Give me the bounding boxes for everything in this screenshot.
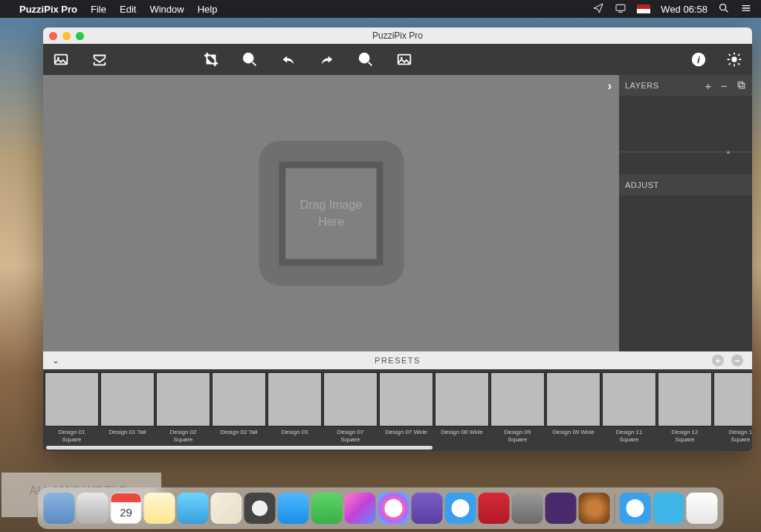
dock-trash[interactable] [687, 493, 718, 524]
dock-divider [615, 493, 615, 523]
preset-caption: Design 01 Tall [100, 426, 155, 438]
dock-photos[interactable] [178, 493, 209, 524]
layer-duplicate-button[interactable] [736, 80, 746, 92]
preset-thumbnail [268, 372, 322, 426]
preset-item[interactable]: Design 12Square [658, 372, 712, 445]
canvas-area[interactable]: › Drag Image Here [43, 75, 619, 351]
menu-help[interactable]: Help [198, 4, 218, 15]
dock-finder[interactable] [44, 493, 75, 524]
preset-thumbnail [156, 372, 210, 426]
preset-item[interactable]: Design 09 Wide [546, 372, 600, 445]
preset-caption: Design 02 Tall [212, 426, 266, 438]
dock-feedback[interactable] [479, 493, 510, 524]
preset-item[interactable]: Design 07 Wide [379, 372, 433, 445]
preset-item[interactable]: Design 11Square [602, 372, 656, 445]
preset-item[interactable]: Design 01 Tall [100, 372, 155, 445]
dock-maps[interactable] [211, 493, 242, 524]
preset-item[interactable]: Design 08 Wide [435, 372, 489, 445]
preset-caption: Design 1Square [713, 426, 752, 445]
preset-thumbnail [546, 372, 600, 426]
preset-caption: Design 07Square [323, 426, 378, 445]
preset-caption: Design 09 Wide [546, 426, 600, 438]
preset-caption: Design 02Square [156, 426, 210, 445]
layers-area[interactable] [619, 96, 752, 175]
preset-item[interactable]: Design 01Square [45, 372, 99, 445]
preset-thumbnail [490, 372, 545, 426]
paperplane-icon[interactable] [592, 2, 604, 16]
search-icon[interactable] [718, 2, 730, 16]
presets-header: ⌄ PRESETS + − [43, 351, 752, 369]
dock-app1[interactable] [545, 493, 577, 524]
preset-caption: Design 01Square [45, 426, 99, 445]
preset-thumbnail [100, 372, 155, 426]
preset-item[interactable]: Design 02 Tall [212, 372, 266, 445]
menu-edit[interactable]: Edit [120, 4, 136, 15]
layer-remove-button[interactable]: − [721, 80, 728, 92]
dock-safari[interactable] [77, 493, 109, 524]
dock-calendar[interactable] [111, 493, 142, 524]
preset-caption: Design 07 Wide [379, 426, 433, 438]
presets-label: PRESETS [43, 356, 752, 365]
preset-caption: Design 12Square [658, 426, 712, 445]
preset-item[interactable]: Design 02Square [156, 372, 210, 445]
preset-item[interactable]: Design 07Square [323, 372, 378, 445]
layers-label: LAYERS [625, 81, 659, 90]
menu-file[interactable]: File [91, 4, 106, 15]
save-button[interactable] [91, 51, 109, 68]
dock-clock[interactable] [245, 493, 276, 524]
preset-thumbnail [658, 372, 712, 426]
preset-item[interactable]: Design 03 [268, 372, 322, 445]
panel-collapse-icon[interactable]: › [608, 80, 612, 93]
clock-text[interactable]: Wed 06:58 [661, 4, 707, 15]
side-panel: LAYERS + − ADJUST [619, 75, 752, 351]
layer-add-button[interactable]: + [705, 80, 711, 92]
menubar: PuzziPix Pro File Edit Window Help Wed 0… [0, 0, 761, 18]
titlebar[interactable]: PuzziPix Pro [43, 27, 752, 44]
dock-settings[interactable] [512, 493, 543, 524]
adjust-label: ADJUST [625, 181, 659, 189]
svg-rect-12 [738, 82, 743, 87]
app-window: PuzziPix Pro i › Drag Image Here [43, 27, 752, 451]
redo-button[interactable] [318, 51, 336, 68]
preset-item[interactable]: Design 1Square [713, 372, 752, 445]
info-button[interactable]: i [690, 51, 707, 68]
preset-add-button[interactable]: + [712, 354, 724, 366]
preset-caption: Design 08 Wide [435, 426, 489, 438]
fit-screen-button[interactable] [395, 51, 413, 68]
dock-facetime[interactable] [311, 493, 343, 524]
drop-text-1: Drag Image [300, 197, 363, 213]
menu-window[interactable]: Window [149, 4, 184, 15]
dock-app2[interactable] [579, 493, 610, 524]
svg-point-1 [720, 4, 726, 10]
display-icon[interactable] [615, 2, 626, 16]
zoom-out-button[interactable] [357, 51, 375, 68]
presets-scrollbar[interactable] [46, 446, 433, 450]
app-name[interactable]: PuzziPix Pro [19, 4, 77, 15]
zoom-in-button[interactable] [241, 51, 259, 68]
dock-messages[interactable] [278, 493, 309, 524]
flag-us-icon[interactable] [637, 4, 650, 13]
settings-button[interactable] [725, 51, 743, 68]
dock-downloads[interactable] [653, 493, 684, 524]
menu-list-icon[interactable] [740, 2, 752, 16]
undo-button[interactable] [279, 51, 297, 68]
drop-text-2: Here [318, 213, 344, 230]
dock-itunes[interactable] [378, 493, 409, 524]
preset-remove-button[interactable]: − [731, 354, 743, 366]
drop-zone[interactable]: Drag Image Here [259, 141, 404, 286]
dock [38, 487, 724, 529]
dock-appstore[interactable] [445, 493, 476, 524]
preset-item[interactable]: Design 09Square [490, 372, 545, 445]
svg-text:i: i [697, 54, 700, 65]
svg-point-10 [732, 57, 736, 62]
adjust-area[interactable] [619, 195, 752, 351]
dock-notes[interactable] [144, 493, 175, 524]
dock-photobooth[interactable] [345, 493, 376, 524]
toolbar: i [43, 44, 752, 75]
dock-podcasts[interactable] [412, 493, 443, 524]
open-image-button[interactable] [52, 51, 70, 68]
presets-strip[interactable]: Design 01SquareDesign 01 TallDesign 02Sq… [43, 369, 752, 451]
dock-appstore2[interactable] [620, 493, 651, 524]
crop-button[interactable] [202, 51, 220, 68]
preset-thumbnail [323, 372, 378, 426]
